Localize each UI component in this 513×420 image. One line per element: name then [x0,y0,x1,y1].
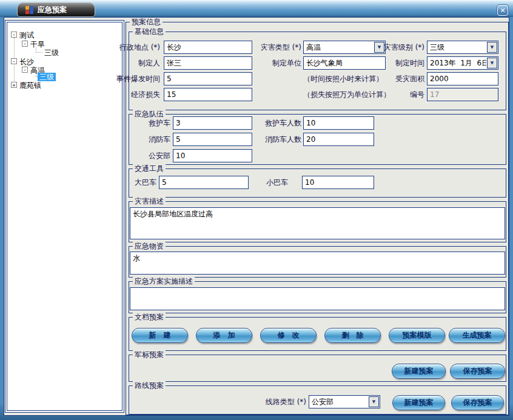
app-window: 应急预案 ✕ - - - - + 测试 干旱 三级 长沙 高温 三级 鹿苑镇 预… [0,0,513,420]
firetruck-crew-label: 消防车人数 [252,133,301,146]
ambulance-crew-label: 救护车人数 [252,116,301,130]
plan-info-group-title: 预案信息 [130,18,163,26]
firetruck-label: 消防车 [121,133,170,146]
plan-template-button[interactable]: 预案模版 [389,328,445,343]
tree-node[interactable]: 三级 [42,48,61,57]
creator-input[interactable] [164,56,252,70]
tree-node[interactable]: 长沙 [18,57,36,66]
chevron-down-icon[interactable]: ▼ [369,396,379,407]
create-time-value: 2013年 1月 6日 [428,57,486,69]
disaster-type-select[interactable]: 高温 ▼ [303,41,386,54]
add-button[interactable]: 添 加 [196,328,252,343]
transport-group-title: 交通工具 [133,164,166,173]
economic-loss-label: 经济损失 [109,88,160,101]
delete-button[interactable]: 删 除 [324,328,381,343]
serial-number-label: 编号 [375,88,424,101]
disaster-type-label: 灾害类型 (*) [252,41,301,54]
police-input[interactable] [173,149,252,162]
generate-plan-button[interactable]: 生成预案 [449,328,505,343]
ambulance-label: 救护车 [121,116,170,130]
ambulance-input[interactable] [173,116,252,130]
tree-guide [36,52,42,53]
tree-node-label: 干旱 [29,40,47,48]
ambulance-crew-input[interactable] [303,116,374,130]
route-type-value: 公安部 [309,396,368,408]
tree-node-label: 长沙 [18,58,36,66]
bus-label: 大巴车 [109,176,156,189]
route-type-select[interactable]: 公安部 ▼ [309,395,380,408]
tree-expander-minus-icon[interactable]: - [22,41,28,47]
impl-desc-textarea[interactable] [130,287,505,310]
basic-info-group-title: 基础信息 [133,27,166,36]
minibus-label: 小巴车 [243,176,288,189]
tree-expander-minus-icon[interactable]: - [22,67,28,73]
time-note: （时间按照小时来计算） [303,72,383,85]
route-save-plan-button[interactable]: 保存预案 [451,395,504,410]
firetruck-input[interactable] [173,133,252,146]
tree-node-label: 鹿苑镇 [18,81,43,90]
new-button[interactable]: 新 建 [132,328,188,343]
impl-desc-group-title: 应急方案实施描述 [133,277,195,285]
disaster-level-select[interactable]: 三级 ▼ [427,41,498,54]
military-plan-group-title: 军标预案 [133,350,166,359]
title-bar: 应急预案 ✕ [0,0,513,17]
affected-area-label: 受灾面积 [375,72,424,85]
create-time-datepicker[interactable]: 2013年 1月 6日 ▼ [427,56,498,70]
military-save-plan-button[interactable]: 保存预案 [450,364,505,379]
tree-node-label: 三级 [42,48,61,57]
creator-label: 制定人 [109,56,160,70]
minibus-input[interactable] [302,176,374,189]
firetruck-crew-input[interactable] [303,133,374,146]
disaster-type-value: 高温 [304,41,374,53]
title-tab: 应急预案 [17,2,95,17]
disaster-level-value: 三级 [428,41,486,53]
economic-loss-input[interactable] [164,88,252,101]
police-label: 公安部 [121,149,170,162]
modify-button[interactable]: 修 改 [260,328,317,343]
route-plan-group-title: 路线预案 [133,381,166,390]
route-type-label: 线路类型 (*) [255,395,306,408]
admin-location-input[interactable] [164,41,252,54]
tree-node[interactable]: 鹿苑镇 [18,81,43,90]
tree-expander-minus-icon[interactable]: - [11,58,17,64]
tree-node[interactable]: 干旱 [29,39,47,48]
tree-expander-plus-icon[interactable]: + [11,82,17,88]
chevron-down-icon[interactable]: ▼ [487,42,497,53]
tree-node-label: 三级 [38,73,56,81]
affected-area-input[interactable] [427,72,498,85]
serial-number-input [427,88,498,101]
unit-input[interactable] [303,56,386,70]
tree-expander-minus-icon[interactable]: - [11,32,17,38]
admin-location-label: 行政地点 (*) [109,41,160,54]
doc-plan-group-title: 文档预案 [133,313,166,321]
tree-node[interactable]: 测试 [18,30,36,39]
window-title: 应急预案 [38,5,67,15]
bus-input[interactable] [159,176,249,189]
disaster-level-label: 灾害级别 (*) [375,41,424,54]
create-time-label: 制定时间 [375,56,424,70]
outbreak-time-label: 事件爆发时间 [109,72,160,85]
disaster-desc-group-title: 灾害描述 [133,197,166,205]
supplies-group-title: 应急物资 [133,242,166,250]
route-new-plan-button[interactable]: 新建预案 [392,395,445,410]
tree-panel [5,20,124,413]
outbreak-time-input[interactable] [164,72,252,85]
military-new-plan-button[interactable]: 新建预案 [392,364,446,379]
chevron-down-icon[interactable]: ▼ [487,58,497,68]
close-icon[interactable]: ✕ [497,5,508,16]
disaster-desc-textarea[interactable]: 长沙县局部地区温度过高 [130,207,505,239]
tree-node-selected[interactable]: 三级 [38,72,56,81]
app-icon [25,6,33,14]
unit-label: 制定单位 [252,56,301,70]
tree-node-label: 测试 [18,31,36,39]
supplies-textarea[interactable]: 水 [130,252,505,275]
